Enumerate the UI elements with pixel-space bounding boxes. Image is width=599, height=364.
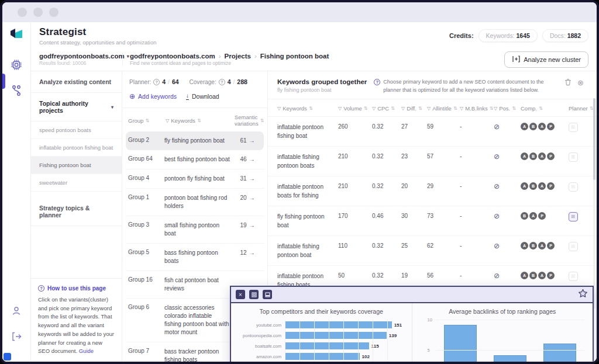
- competitor-badge: b: [521, 212, 528, 220]
- competitor-badge: a: [521, 242, 528, 249]
- delete-icon[interactable]: [564, 78, 572, 87]
- nav-analyze-existing-content[interactable]: Analyze existing content: [31, 71, 122, 93]
- competitor-badge: a: [538, 272, 546, 279]
- vbars: [436, 320, 585, 362]
- column-semantic-variations[interactable]: Semantic variations⇅: [235, 114, 264, 127]
- column-diff[interactable]: ▽Diff.⇅: [401, 105, 427, 112]
- competitor-badge: a: [521, 272, 528, 279]
- analyze-new-cluster-button[interactable]: Analyze new cluster: [504, 51, 588, 68]
- group-row[interactable]: Group 3 small fishing pontoon boat 19→: [126, 216, 264, 244]
- window-titlebar: [2, 2, 597, 22]
- panel-info-text: ? Choose primary keyword to add a new SE…: [374, 78, 557, 94]
- site-selector-dropdown[interactable]: godfreypontoonboats.com ▾: [39, 53, 122, 60]
- how-to-use-link[interactable]: ? How to use this page: [38, 285, 115, 292]
- competitor-badge: p: [538, 212, 546, 220]
- no-position-icon: ⊘: [494, 182, 521, 190]
- download-button[interactable]: ↓ Download: [186, 92, 219, 100]
- app-logo[interactable]: [9, 28, 24, 43]
- add-to-planner-icon[interactable]: ☷: [569, 212, 578, 221]
- guide-link[interactable]: Guide: [79, 348, 94, 354]
- competitor-badge: b: [529, 182, 537, 190]
- restore-window-button[interactable]: [249, 290, 259, 299]
- column-group[interactable]: Group⇅: [128, 114, 166, 127]
- group-row[interactable]: Group 64 best fishing pontoon boat 46→: [126, 150, 264, 169]
- window-dot-maximize[interactable]: [49, 8, 58, 17]
- keyword-row[interactable]: fly fishing pontoon boat 170 0.46 30 73 …: [268, 206, 597, 236]
- filter-icon[interactable]: ▽: [166, 118, 169, 123]
- keywords-grouped-title: Keywords grouped together: [277, 78, 367, 85]
- column-cpc[interactable]: ▽CPC⇅: [372, 105, 401, 112]
- column-keywords[interactable]: ▽Keywords⇅: [166, 114, 235, 127]
- minimize-window-button[interactable]: [263, 290, 272, 299]
- profile-icon[interactable]: [8, 302, 25, 320]
- add-keywords-button[interactable]: ⊕ Add keywords: [129, 92, 177, 100]
- group-row[interactable]: Group 5 bass fishing pontoon boats 12→: [126, 244, 264, 271]
- keyword-row[interactable]: inflatable fishing pontoon boats 210 0.3…: [268, 147, 597, 176]
- scrollbar[interactable]: [593, 98, 595, 308]
- no-position-icon: ⊘: [494, 212, 521, 220]
- competitor-badge: a: [529, 212, 537, 220]
- y-tick-label: 10: [428, 317, 432, 323]
- arrow-right-icon: →: [249, 156, 255, 162]
- add-to-planner-icon[interactable]: ☷: [569, 152, 578, 162]
- planner-help-icon[interactable]: ?: [153, 79, 160, 85]
- no-position-icon: ⊘: [494, 272, 521, 280]
- project-nav-item[interactable]: inflatable pontoon fishing boat: [31, 139, 122, 157]
- corner-widget[interactable]: [4, 353, 11, 360]
- competitor-label: pontoonopedia.com: [237, 333, 285, 338]
- window-dot-close[interactable]: [18, 8, 27, 17]
- add-to-planner-icon[interactable]: ☷: [569, 123, 578, 132]
- group-row[interactable]: Group 4 pontoon fly fishing boat 31→: [126, 169, 264, 189]
- project-nav-item[interactable]: sweetwater: [31, 174, 122, 192]
- add-to-planner-icon[interactable]: ☷: [569, 242, 578, 251]
- project-nav-item[interactable]: speed pontoon boats: [31, 122, 122, 139]
- credits-area: Credits: Keywords: 1645 Docs: 1882: [449, 29, 588, 42]
- breadcrumb-subtitle: Find new content ideas and pages to opti…: [130, 60, 504, 66]
- logout-icon[interactable]: [8, 328, 25, 345]
- charts-window-titlebar[interactable]: ×: [231, 287, 593, 303]
- add-to-planner-icon[interactable]: ☷: [569, 272, 578, 281]
- arrow-right-icon: →: [249, 195, 255, 201]
- competitor-badge: a: [521, 123, 528, 130]
- window-dot-minimize[interactable]: [33, 8, 43, 17]
- competitor-badge: b: [529, 152, 537, 160]
- charts-window: × Top competitors and their keywords cov…: [230, 286, 594, 362]
- competitor-badge: p: [547, 272, 555, 279]
- column-keywords[interactable]: ▽Keywords⇅: [277, 105, 338, 112]
- nav-topical-authority-projects[interactable]: Topical authority projects ▾: [31, 93, 122, 122]
- close-circle-icon[interactable]: ⊗: [577, 79, 584, 86]
- group-row[interactable]: Group 1 pontoon boat fishing rod holders…: [126, 189, 264, 216]
- plus-circle-icon: ⊕: [129, 92, 135, 100]
- strategy-flow-icon[interactable]: [8, 82, 25, 99]
- column-pos[interactable]: ▽Pos.⇅: [494, 105, 521, 112]
- coverage-help-icon[interactable]: ?: [219, 79, 225, 85]
- group-row[interactable]: Group 2 fly fishing pontoon boat 61→: [126, 131, 264, 150]
- arrow-right-icon: →: [249, 249, 255, 256]
- competitors-chart: Top competitors and their keywords cover…: [231, 303, 412, 362]
- close-window-button[interactable]: ×: [236, 290, 245, 299]
- keyword-row[interactable]: inflatable pontoon fishing boat 260 0.32…: [268, 117, 597, 147]
- competitor-badge: p: [547, 242, 555, 249]
- vbar-plot: Backlinks 0510: [436, 320, 585, 362]
- competitor-badge: b: [529, 272, 537, 279]
- breadcrumb-site[interactable]: godfreypontoonboats.com: [130, 53, 215, 60]
- column-volume[interactable]: ▽Volume⇅: [338, 105, 372, 112]
- backlinks-chart: Average backlinks of top ranking pages B…: [412, 303, 593, 362]
- column-planner[interactable]: Planner⇅: [569, 105, 597, 112]
- download-icon: ↓: [186, 93, 189, 100]
- add-to-planner-icon[interactable]: ☷: [569, 182, 578, 192]
- keyword-row[interactable]: inflatable fishing pontoon boat 110 0.32…: [268, 236, 597, 266]
- keyword-row[interactable]: inflatable pontoon boats for fishing 210…: [268, 176, 597, 206]
- column-allintitle[interactable]: ▽Allintitle⇅: [427, 105, 460, 112]
- favorite-star-icon[interactable]: [578, 289, 588, 300]
- arrow-right-icon: →: [249, 222, 255, 228]
- project-nav-item[interactable]: Fishing pontoon boat: [31, 157, 122, 174]
- chip-icon[interactable]: [8, 56, 25, 74]
- no-position-icon: ⊘: [494, 242, 521, 250]
- breadcrumb-projects[interactable]: Projects: [225, 53, 251, 60]
- column-comp[interactable]: Comp.⇅: [521, 105, 569, 112]
- nav-strategy-topics-planner[interactable]: Strategy topics & planner: [31, 197, 122, 226]
- column-mblinks[interactable]: ▽M.B.links⇅: [460, 105, 494, 112]
- keywords-table-header: ▽Keywords⇅ ▽Volume⇅ ▽CPC⇅ ▽Diff.⇅ ▽Allin…: [268, 99, 597, 117]
- planner-stat: Planner: ? 4/64: [129, 78, 179, 85]
